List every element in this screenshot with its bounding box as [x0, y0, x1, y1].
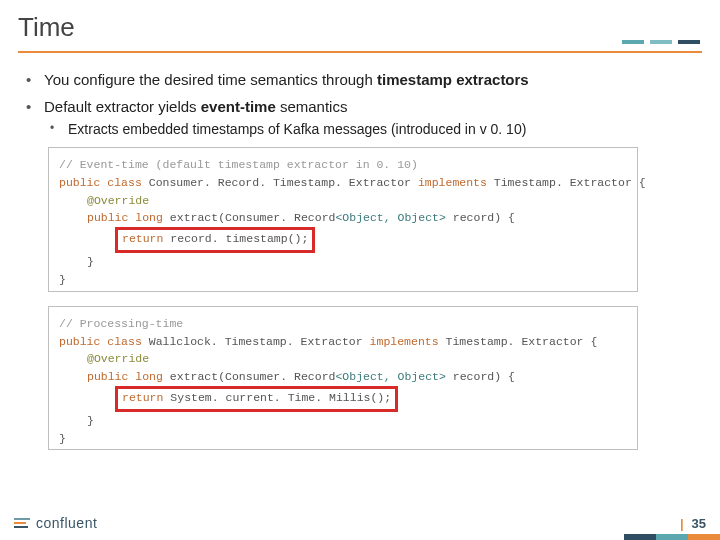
bullet-2-pre: Default extractor yields [44, 98, 201, 115]
footer-separator: | [680, 516, 684, 531]
bullet-2-post: semantics [276, 98, 348, 115]
code-line: public long extract(Consumer. Record<Obj… [59, 368, 627, 386]
slide-content: You configure the desired time semantics… [0, 53, 720, 450]
footer-accent-band [624, 534, 720, 540]
bullet-1-bold: timestamp extractors [377, 71, 529, 88]
bullet-2-bold: event-time [201, 98, 276, 115]
code-comment: // Processing-time [59, 315, 627, 333]
code-annotation: @Override [59, 350, 627, 368]
code-line: public class Consumer. Record. Timestamp… [59, 174, 627, 192]
bullet-2: Default extractor yields event-time sema… [26, 98, 694, 137]
brand-logo: confluent [14, 515, 97, 531]
code-highlight-return: return System. current. Time. Millis(); [59, 386, 627, 412]
sub-bullet-1: Extracts embedded timestamps of Kafka me… [44, 121, 694, 137]
code-annotation: @Override [59, 192, 627, 210]
bullet-1: You configure the desired time semantics… [26, 71, 694, 88]
slide-footer: confluent | 35 [0, 506, 720, 540]
bullet-1-text: You configure the desired time semantics… [44, 71, 377, 88]
brand-name: confluent [36, 515, 97, 531]
code-line: } [59, 412, 627, 430]
page-number: 35 [692, 516, 706, 531]
code-comment: // Event-time (default timestamp extract… [59, 156, 627, 174]
accent-bar [622, 40, 700, 44]
code-line: } [59, 430, 627, 448]
code-line: public long extract(Consumer. Record<Obj… [59, 209, 627, 227]
code-box-event-time: // Event-time (default timestamp extract… [48, 147, 638, 292]
code-highlight-return: return record. timestamp(); [59, 227, 627, 253]
code-line: } [59, 253, 627, 271]
code-box-processing-time: // Processing-time public class Wallcloc… [48, 306, 638, 451]
code-line: } [59, 271, 627, 289]
code-line: public class Wallclock. Timestamp. Extra… [59, 333, 627, 351]
slide-title: Time [18, 12, 702, 43]
brand-mark-icon [14, 518, 30, 528]
